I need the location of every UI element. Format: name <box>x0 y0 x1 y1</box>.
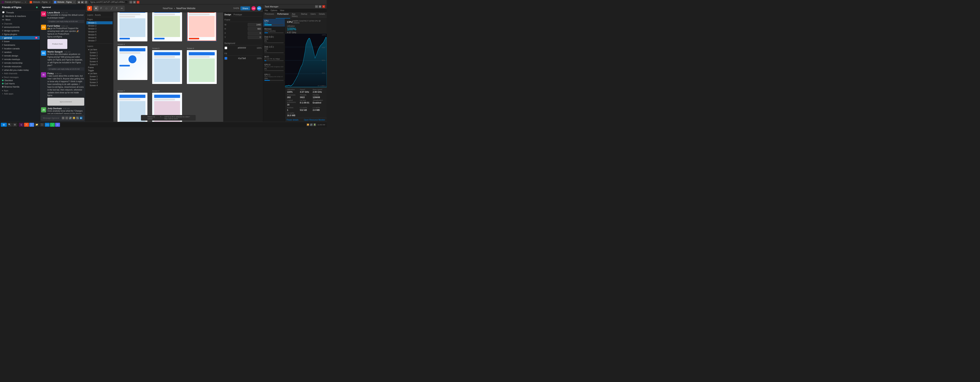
slack-tab-close[interactable]: ✕ <box>25 1 26 3</box>
channel-remote-meetups[interactable]: # remote-meetups <box>0 57 40 61</box>
channel-remote-design[interactable]: # remote-design <box>0 54 40 57</box>
figma-tab[interactable]: Website - Figma ✕ <box>28 0 52 4</box>
tm-view-menu[interactable]: View <box>280 10 284 11</box>
layer-screen-1b[interactable]: Screen 1 <box>86 75 113 78</box>
dm-brianna[interactable]: Brianna Hamila <box>0 85 40 88</box>
taskbar-task-view[interactable]: ⊟ <box>12 123 17 127</box>
channel-announcements[interactable]: # announcements <box>0 25 40 29</box>
tray-network-icon[interactable]: 📶 <box>307 124 309 126</box>
layer-screen-1[interactable]: Screen 1 <box>86 51 113 54</box>
canvas-frame-5[interactable] <box>152 50 182 84</box>
taskbar-figma[interactable]: F <box>24 123 29 127</box>
channel-remote-resources[interactable]: # remote-resources <box>0 65 40 68</box>
y-input[interactable] <box>248 36 262 39</box>
channels-section-header[interactable]: ▾ Channels <box>0 22 40 25</box>
apps-section-header[interactable]: ▾ Apps <box>0 88 40 92</box>
width-input[interactable] <box>248 23 262 27</box>
forward-button[interactable]: ▶ <box>81 1 84 3</box>
tm-gpu1-item[interactable]: GPU 1 AMD Radeon RX 5700 XT 29% <box>263 73 285 82</box>
layer-list-item[interactable]: ▾ List Item <box>86 48 113 51</box>
canvas-frame-1[interactable] <box>118 12 147 41</box>
dm-slackbot[interactable]: Slackbot <box>0 79 40 82</box>
taskbar-spotify[interactable]: ♪ <box>50 123 55 127</box>
tm-tab-services[interactable]: Services <box>326 12 327 19</box>
canvas-frame-4[interactable] <box>118 46 147 80</box>
tm-close[interactable]: ✕ <box>322 5 325 8</box>
figma-canvas[interactable]: Screen 1 Screen 2 <box>113 12 223 122</box>
tm-tab-performance[interactable]: Performance <box>276 12 290 19</box>
tm-tab-processes[interactable]: Processes <box>263 12 276 19</box>
layer-screen-3[interactable]: Screen 3 <box>86 57 113 60</box>
layer-screen-4b[interactable]: Screen 4 <box>86 84 113 87</box>
workspace-header[interactable]: Friends of Figma <box>0 5 40 11</box>
dm-section-header[interactable]: ▾ Direct messages <box>0 75 40 79</box>
tm-tab-users[interactable]: Users <box>309 12 317 19</box>
layer-screen-4[interactable]: Screen 4 <box>86 60 113 63</box>
taskbar-discord[interactable]: D <box>55 123 60 127</box>
tm-file-menu[interactable]: File <box>265 10 268 11</box>
tray-battery-icon[interactable]: 🔋 <box>313 124 316 126</box>
tm-gpu0-item[interactable]: GPU 0 Intel(R) UHD Graphics 620 0% <box>263 62 285 73</box>
tm-maximize[interactable]: ⊞ <box>319 5 321 8</box>
user-avatar-2[interactable]: MS <box>257 6 261 11</box>
tm-disk0-item[interactable]: Disk 0 (D:) HDD 0% <box>263 35 285 44</box>
line-tool[interactable]: ╱ <box>109 6 114 11</box>
channel-livestreams[interactable]: # livestreams <box>0 43 40 47</box>
layer-screen-3b[interactable]: Screen 3 <box>86 81 113 84</box>
start-button[interactable]: ⊞ <box>1 123 7 127</box>
maximize-button[interactable]: ⊞ <box>133 1 136 3</box>
tm-tab-app-history[interactable]: App history <box>290 12 299 19</box>
channel-figma-plugins[interactable]: # figma-plugins <box>0 32 40 36</box>
x-input[interactable] <box>248 32 262 35</box>
minimize-button[interactable]: — <box>129 1 132 3</box>
pen-tool[interactable]: ✏ <box>119 6 124 11</box>
page-version-2[interactable]: Version 2 <box>86 24 113 27</box>
channel-random[interactable]: # random <box>0 50 40 54</box>
page-version-4[interactable]: Version 4 <box>86 30 113 33</box>
open-resource-monitor-link[interactable]: Open Resource Monitor <box>304 119 325 121</box>
zoom-in-icon[interactable]: + <box>160 116 161 120</box>
page-version-7[interactable]: Version 7 <box>86 39 113 42</box>
channel-brave[interactable]: # brave <box>0 40 40 43</box>
refresh-button[interactable]: ↺ <box>85 1 88 3</box>
nav-mentions[interactable]: @ Mentions & reactions <box>0 14 40 18</box>
close-button[interactable]: ✕ <box>137 1 140 3</box>
layers-tab[interactable]: Layers <box>87 14 93 16</box>
layer-screen-2b[interactable]: Screen 2 <box>86 78 113 81</box>
prototype-tab[interactable]: Prototype <box>234 14 242 16</box>
nav-threads[interactable]: 💬 Threads <box>0 11 40 14</box>
link-icon[interactable]: 🔗 <box>69 117 72 119</box>
assets-tab[interactable]: Assets <box>95 14 101 16</box>
channel-remote-mentorship[interactable]: # remote-mentorship <box>0 61 40 65</box>
reply-bar[interactable]: 3 replies Last reply today at 9:05 AM <box>48 20 84 23</box>
website-tab-close[interactable]: ✕ <box>73 1 75 3</box>
layer-screen-5[interactable]: Screen 5 <box>86 63 113 66</box>
tm-disk1-item[interactable]: Disk 1 (C:) SSD 0% <box>263 44 285 54</box>
layer-list-item-2[interactable]: ▾ List Item <box>86 72 113 75</box>
canvas-frame-2[interactable] <box>152 12 182 41</box>
taskbar-terminal[interactable]: ⬛ <box>40 123 45 127</box>
add-channels[interactable]: + Add channels <box>0 72 40 75</box>
user-avatar[interactable]: LB <box>251 6 256 11</box>
tm-tab-details[interactable]: Details <box>317 12 327 19</box>
taskbar-explorer[interactable]: 📁 <box>35 123 39 127</box>
channel-design-systems[interactable]: # design-systems <box>0 29 40 32</box>
nav-more[interactable]: ••• More <box>0 18 40 22</box>
emoji-icon[interactable]: 😊 <box>73 117 75 119</box>
fill-color-swatch[interactable] <box>224 57 227 60</box>
frame-tool[interactable]: F <box>99 6 103 11</box>
website-tab[interactable]: Website - Figma ✕ <box>52 0 77 4</box>
page-version-5[interactable]: Version 5 <box>86 33 113 36</box>
channel-general[interactable]: # general 8 <box>0 36 40 40</box>
figma-logo[interactable]: F <box>87 6 92 11</box>
layer-screen-2[interactable]: Screen 2 <box>86 54 113 57</box>
tm-wifi-item[interactable]: Wi-Fi S: 0.0 / R: 9.2 Kbps <box>263 54 285 62</box>
figma-tab-close[interactable]: ✕ <box>49 1 51 3</box>
tm-options-menu[interactable]: Options <box>270 10 277 11</box>
tm-memory-item[interactable]: Memory 13/75 (18.6%) <box>263 27 285 35</box>
rectangle-tool[interactable]: □ <box>104 6 109 11</box>
layer-toggle[interactable]: Toggle <box>86 69 113 72</box>
address-bar[interactable]: figma.com/#/CJar%2F-LWFpqCzANbx/... <box>89 1 128 4</box>
move-tool[interactable]: ▼ <box>94 6 99 11</box>
dm-gail[interactable]: Gail Harris <box>0 82 40 85</box>
